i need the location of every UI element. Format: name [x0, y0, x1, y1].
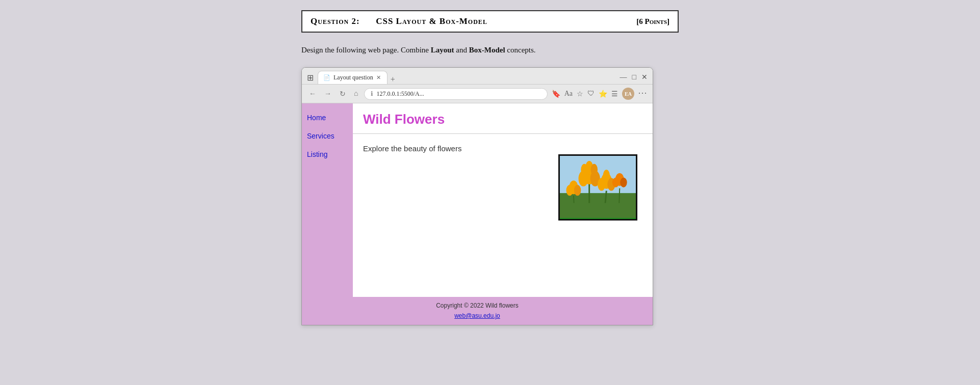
webpage-header: Wild Flowers: [353, 103, 653, 134]
webpage-content: Home Services Listing Wild Flowers Explo…: [302, 103, 653, 325]
svg-point-20: [612, 178, 619, 187]
forward-button[interactable]: →: [322, 89, 333, 99]
tab-page-icon: 📄: [323, 74, 330, 81]
webpage-main: Wild Flowers Explore the beauty of flowe…: [353, 103, 653, 297]
webpage-body: Explore the beauty of flowers: [353, 134, 653, 297]
footer-copyright: Copyright © 2022 Wild flowers: [307, 302, 648, 309]
description-text: Design the following web page. Combine L…: [301, 44, 679, 56]
bookmark-icon[interactable]: 🔖: [552, 90, 560, 98]
browser-tab[interactable]: 📄 Layout question ✕: [318, 71, 388, 84]
shield-icon[interactable]: 🛡: [587, 90, 595, 98]
browser-window: ⊞ 📄 Layout question ✕ + — □ ✕ ← → ↻ ⌂: [301, 67, 653, 325]
svg-point-10: [581, 164, 587, 176]
star-filled-icon[interactable]: ⭐: [599, 90, 607, 98]
star-icon[interactable]: ☆: [577, 90, 583, 98]
question-title: Question 2: CSS Layout & Box-Model: [311, 16, 487, 26]
read-mode-icon[interactable]: Aa: [564, 90, 573, 98]
collections-icon[interactable]: ☰: [611, 90, 618, 98]
tab-label: Layout question: [333, 74, 373, 81]
browser-tabs: 📄 Layout question ✕ +: [318, 71, 616, 84]
profile-avatar[interactable]: EA: [622, 88, 634, 100]
flower-svg: [560, 154, 636, 219]
new-tab-button[interactable]: +: [388, 75, 398, 84]
window-controls: — □ ✕: [620, 74, 648, 81]
back-button[interactable]: ←: [307, 89, 318, 99]
webpage-title: Wild Flowers: [363, 112, 642, 127]
footer-email[interactable]: web@asu.edu.jo: [454, 312, 500, 319]
nav-listing[interactable]: Listing: [307, 150, 348, 158]
flower-image: [558, 154, 637, 221]
svg-point-15: [603, 170, 610, 181]
info-icon: ℹ: [371, 90, 373, 98]
browser-addressbar: ← → ↻ ⌂ ℹ 127.0.0.1:5500/A... 🔖 Aa ☆ 🛡 ⭐…: [302, 85, 653, 103]
maximize-button[interactable]: □: [632, 74, 636, 81]
webpage-tagline: Explore the beauty of flowers: [363, 144, 642, 153]
svg-rect-22: [560, 203, 636, 218]
browser-titlebar: ⊞ 📄 Layout question ✕ + — □ ✕: [302, 68, 653, 85]
address-bar[interactable]: ℹ 127.0.0.1:5500/A...: [364, 88, 547, 100]
nav-home[interactable]: Home: [307, 114, 348, 122]
question-points: [6 Points]: [636, 17, 669, 26]
address-actions: 🔖 Aa ☆ 🛡 ⭐ ☰ EA ···: [552, 88, 648, 100]
webpage-footer: Copyright © 2022 Wild flowers web@asu.ed…: [302, 297, 653, 325]
svg-point-11: [591, 164, 598, 176]
grid-icon[interactable]: ⊞: [307, 73, 314, 82]
svg-point-21: [620, 178, 627, 187]
minimize-button[interactable]: —: [620, 74, 627, 81]
question-box: Question 2: CSS Layout & Box-Model [6 Po…: [301, 10, 679, 33]
home-button[interactable]: ⌂: [352, 89, 360, 99]
tab-close-icon[interactable]: ✕: [376, 74, 381, 81]
reload-button[interactable]: ↻: [338, 89, 348, 99]
svg-point-18: [574, 185, 581, 196]
close-button[interactable]: ✕: [641, 74, 648, 81]
more-options-button[interactable]: ···: [638, 89, 648, 98]
address-text: 127.0.0.1:5500/A...: [376, 90, 424, 98]
svg-point-17: [566, 185, 573, 196]
nav-services[interactable]: Services: [307, 132, 348, 140]
webpage-layout: Home Services Listing Wild Flowers Explo…: [302, 103, 653, 297]
webpage-sidebar: Home Services Listing: [302, 103, 353, 297]
